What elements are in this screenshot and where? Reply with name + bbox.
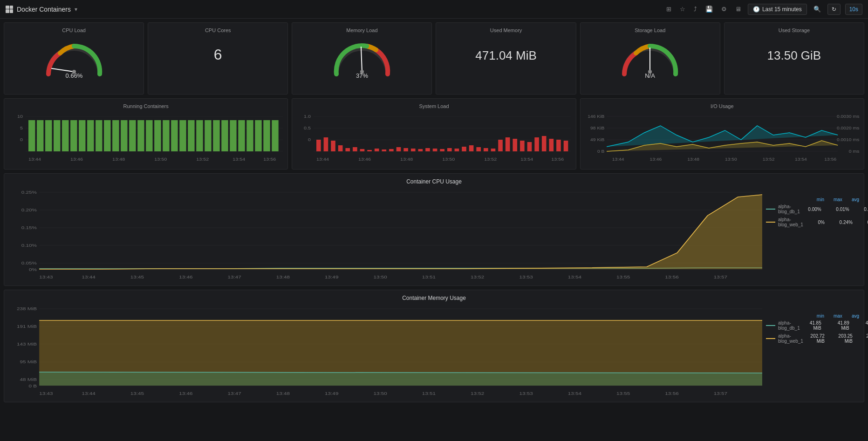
svg-rect-93 xyxy=(556,140,561,151)
svg-text:13:48: 13:48 xyxy=(276,391,290,395)
container-memory-usage-panel: Container Memory Usage 238 MiB 191 MiB 1… xyxy=(4,290,864,402)
kiosk-button[interactable]: 🖥 xyxy=(733,4,743,14)
svg-rect-64 xyxy=(346,148,350,151)
svg-rect-66 xyxy=(360,149,365,151)
svg-rect-27 xyxy=(121,120,127,151)
svg-rect-23 xyxy=(87,120,94,151)
search-button[interactable]: 🔍 xyxy=(812,4,823,14)
mem-legend-web-vals: 202.72 MiB 203.25 MiB 202.77 MiB xyxy=(806,333,868,344)
svg-rect-26 xyxy=(112,120,119,151)
mem-legend-item-web: alpha-blog_web_1 202.72 MiB 203.25 MiB 2… xyxy=(766,333,859,344)
mem-legend-web-min: 202.72 MiB xyxy=(806,333,825,344)
svg-rect-32 xyxy=(163,120,169,151)
svg-rect-25 xyxy=(104,120,110,151)
mem-legend-web-avg: 202.77 MiB xyxy=(862,333,868,344)
svg-text:13:57: 13:57 xyxy=(714,391,728,395)
svg-text:1.0: 1.0 xyxy=(304,114,311,119)
svg-rect-88 xyxy=(520,141,525,151)
mem-legend-db-name: alpha-blog_db_1 xyxy=(778,320,800,331)
share-button[interactable]: ⤴ xyxy=(692,4,699,14)
svg-rect-85 xyxy=(499,140,503,151)
svg-text:13:50: 13:50 xyxy=(154,157,167,162)
svg-rect-31 xyxy=(154,120,161,151)
svg-text:13:49: 13:49 xyxy=(325,275,339,279)
legend-web-max: 0.24% xyxy=(834,220,853,225)
legend-web-vals: 0% 0.24% 0.07% xyxy=(806,220,868,225)
legend-web-color xyxy=(766,222,775,223)
svg-text:13:46: 13:46 xyxy=(179,391,193,395)
svg-text:13:47: 13:47 xyxy=(227,275,241,279)
container-cpu-usage-title: Container CPU Usage xyxy=(9,178,859,185)
save-button[interactable]: 💾 xyxy=(704,4,715,14)
storage-load-panel: Storage Load N/A xyxy=(580,22,720,95)
svg-rect-62 xyxy=(331,141,336,151)
svg-rect-70 xyxy=(389,149,394,151)
svg-rect-43 xyxy=(255,120,261,151)
svg-text:13:51: 13:51 xyxy=(422,275,436,279)
title-caret-icon[interactable]: ▾ xyxy=(75,6,77,13)
mem-legend-db-max: 41.89 MiB xyxy=(831,320,849,331)
svg-rect-35 xyxy=(188,120,194,151)
svg-text:13:47: 13:47 xyxy=(227,391,241,395)
svg-text:13:46: 13:46 xyxy=(649,157,662,162)
memory-load-title: Memory Load xyxy=(297,27,427,33)
svg-text:238 MiB: 238 MiB xyxy=(17,306,37,311)
clock-icon: 🕐 xyxy=(753,6,760,13)
svg-rect-94 xyxy=(564,141,568,151)
svg-rect-45 xyxy=(272,120,278,151)
svg-rect-34 xyxy=(179,120,186,151)
svg-text:13:48: 13:48 xyxy=(400,157,413,162)
svg-text:13:50: 13:50 xyxy=(373,391,387,395)
svg-rect-19 xyxy=(54,120,60,151)
svg-text:0%: 0% xyxy=(29,267,37,271)
svg-text:10: 10 xyxy=(17,114,23,119)
svg-text:0.05%: 0.05% xyxy=(21,261,37,265)
svg-text:13:50: 13:50 xyxy=(373,275,387,279)
svg-text:13:54: 13:54 xyxy=(521,157,534,162)
io-usage-title: I/O Usage xyxy=(585,103,859,109)
svg-text:0.20%: 0.20% xyxy=(21,208,37,212)
svg-text:13:52: 13:52 xyxy=(762,157,774,162)
svg-rect-36 xyxy=(196,120,203,151)
svg-rect-24 xyxy=(96,120,102,151)
svg-text:0 ms: 0 ms xyxy=(849,149,859,154)
svg-rect-29 xyxy=(137,120,144,151)
settings-button[interactable]: ⚙ xyxy=(719,4,729,14)
svg-rect-33 xyxy=(171,120,178,151)
svg-rect-81 xyxy=(469,145,474,151)
interval-button[interactable]: 10s xyxy=(845,4,862,15)
svg-rect-86 xyxy=(506,137,510,151)
svg-rect-83 xyxy=(484,148,488,151)
svg-text:13:53: 13:53 xyxy=(519,275,533,279)
add-panel-button[interactable]: ⊞ xyxy=(664,4,673,14)
svg-text:5: 5 xyxy=(20,126,23,130)
svg-rect-84 xyxy=(491,149,496,151)
svg-rect-72 xyxy=(404,148,409,151)
svg-text:13:44: 13:44 xyxy=(316,157,329,162)
memory-chart-wrapper: 238 MiB 191 MiB 143 MiB 95 MiB 48 MiB 0 … xyxy=(9,304,859,397)
svg-rect-80 xyxy=(462,147,467,151)
refresh-button[interactable]: ↻ xyxy=(827,4,841,15)
svg-text:0.10%: 0.10% xyxy=(21,243,37,247)
svg-rect-22 xyxy=(79,120,85,151)
container-memory-usage-title: Container Memory Usage xyxy=(9,295,859,301)
svg-text:49 KiB: 49 KiB xyxy=(590,137,605,142)
app-grid-icon xyxy=(6,6,13,13)
nav-left: Docker Containers ▾ xyxy=(6,6,77,13)
cpu-load-title: CPU Load xyxy=(9,27,139,33)
svg-text:143 MiB: 143 MiB xyxy=(17,342,37,346)
cpu-chart-legend: min max avg alpha-blog_db_1 0.00% 0.01% … xyxy=(766,188,859,281)
svg-text:37%: 37% xyxy=(356,72,368,79)
svg-text:191 MiB: 191 MiB xyxy=(17,324,37,328)
svg-rect-28 xyxy=(129,120,136,151)
cpu-chart-wrapper: 0.25% 0.20% 0.15% 0.10% 0.05% 0% 13:43 1… xyxy=(9,188,859,281)
svg-text:0: 0 xyxy=(20,137,23,142)
svg-rect-71 xyxy=(396,147,401,151)
mem-legend-web-name: alpha-blog_web_1 xyxy=(778,333,803,344)
time-range-button[interactable]: 🕐 Last 15 minutes xyxy=(748,4,807,15)
svg-rect-74 xyxy=(418,149,423,151)
star-button[interactable]: ☆ xyxy=(678,4,687,14)
svg-rect-69 xyxy=(382,149,387,151)
page-title: Docker Containers xyxy=(17,6,71,13)
mem-legend-item-db: alpha-blog_db_1 41.85 MiB 41.89 MiB 41.8… xyxy=(766,320,859,331)
